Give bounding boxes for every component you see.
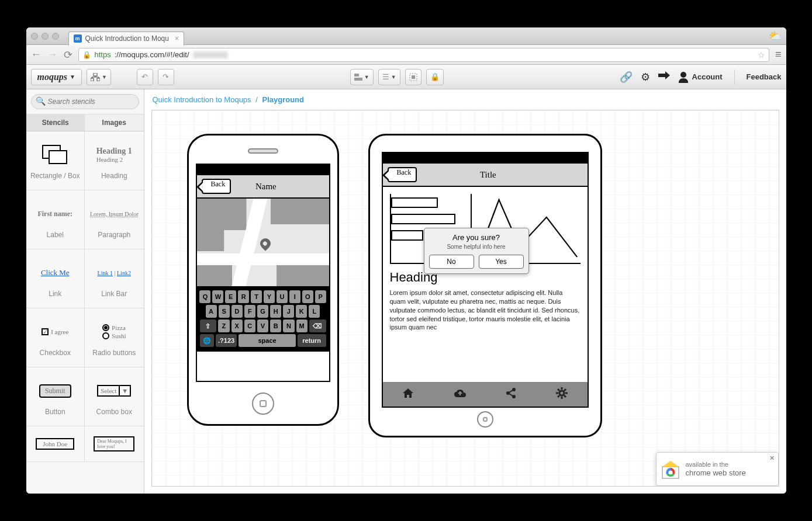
phone-mockup[interactable]: Back Name QWERT	[187, 134, 339, 426]
key-g[interactable]: G	[257, 305, 268, 318]
stencil-label[interactable]: First name: Label	[26, 190, 85, 249]
tab-stencils[interactable]: Stencils	[26, 114, 85, 131]
stencil-rectangle[interactable]: Rectangle / Box	[26, 131, 85, 190]
key-p[interactable]: P	[315, 290, 326, 303]
keyboard-stencil[interactable]: QWERTYUIOP ASDFGHJKL ⇧ZXCVBNM⌫ 🌐.?123spa…	[197, 287, 329, 352]
chrome-webstore-popup[interactable]: ✕ available in the chrome web store	[656, 452, 779, 486]
link-icon[interactable]: 🔗	[620, 71, 633, 84]
svg-rect-9	[49, 151, 67, 164]
paragraph-stencil[interactable]: Lorem ipsum dolor sit amet, consectetur …	[390, 289, 581, 332]
key-h[interactable]: H	[270, 305, 281, 318]
stencil-label: Link	[49, 290, 61, 298]
key-z[interactable]: Z	[218, 319, 229, 332]
key-b[interactable]: B	[270, 319, 281, 332]
weather-extension-icon[interactable]: ⛅	[769, 30, 782, 43]
tab-close-icon[interactable]: ×	[175, 34, 179, 43]
share-icon[interactable]	[505, 387, 517, 402]
key-🌐[interactable]: 🌐	[200, 334, 214, 347]
logo-text: moqups	[37, 72, 68, 82]
key-a[interactable]: A	[206, 305, 217, 318]
key-q[interactable]: Q	[199, 290, 210, 303]
gear-icon[interactable]	[555, 387, 568, 402]
key-space[interactable]: space	[239, 334, 295, 347]
stencil-checkbox[interactable]: ✓I agree Checkbox	[26, 308, 85, 367]
close-window-icon[interactable]	[31, 33, 38, 40]
key-s[interactable]: S	[219, 305, 230, 318]
home-button[interactable]	[477, 411, 493, 428]
account-button[interactable]: Account	[678, 71, 723, 83]
browser-tab[interactable]: m Quick Introduction to Moqu ×	[68, 32, 184, 46]
align-button[interactable]: ▼	[350, 69, 374, 85]
stencil-radio[interactable]: Pizza Sushi Radio buttons	[85, 308, 144, 367]
key-l[interactable]: L	[309, 305, 320, 318]
key-return[interactable]: return	[298, 334, 326, 347]
feedback-link[interactable]: Feedback	[747, 72, 782, 81]
lock-button[interactable]: 🔒	[426, 69, 444, 85]
key-w[interactable]: W	[212, 290, 223, 303]
dialog-stencil[interactable]: Are you sure? Some helpful info here No …	[424, 228, 529, 274]
stencil-input[interactable]: John Doe	[26, 426, 85, 461]
undo-button[interactable]: ↶	[137, 69, 153, 85]
key-m[interactable]: M	[296, 319, 307, 332]
back-icon[interactable]: ←	[31, 48, 42, 61]
reload-icon[interactable]: ⟳	[64, 48, 72, 61]
key-v[interactable]: V	[257, 319, 268, 332]
bookmark-star-icon[interactable]: ☆	[758, 50, 765, 60]
key-i[interactable]: I	[289, 290, 300, 303]
sitemap-button[interactable]: ▼	[87, 69, 111, 85]
breadcrumb-project[interactable]: Quick Introduction to Moqups	[153, 95, 251, 104]
tablet-mockup[interactable]: Back Title	[368, 134, 602, 437]
key-c[interactable]: C	[244, 319, 255, 332]
stencil-button[interactable]: Submit Button	[26, 367, 85, 426]
canvas[interactable]: Back Name QWERT	[151, 110, 779, 487]
key-.?123[interactable]: .?123	[216, 334, 237, 347]
stencil-linkbar[interactable]: Link 1 | Link2 Link Bar	[85, 249, 144, 308]
key-t[interactable]: T	[251, 290, 262, 303]
key-r[interactable]: R	[238, 290, 249, 303]
close-icon[interactable]: ✕	[769, 454, 775, 462]
textarea-preview: Dear Moqups, I love you!	[94, 436, 134, 451]
key-f[interactable]: F	[244, 305, 255, 318]
stencil-link[interactable]: Click Me Link	[26, 249, 85, 308]
dialog-yes-button[interactable]: Yes	[479, 255, 524, 269]
redo-button[interactable]: ↷	[158, 69, 174, 85]
minimize-window-icon[interactable]	[42, 33, 49, 40]
key-d[interactable]: D	[231, 305, 243, 318]
stencil-grid: Rectangle / Box Heading 1 Heading 2 Head…	[26, 131, 144, 494]
tab-images[interactable]: Images	[85, 114, 144, 131]
gear-icon[interactable]: ⚙	[641, 71, 650, 84]
back-button[interactable]: Back	[388, 167, 417, 182]
key-n[interactable]: N	[283, 319, 294, 332]
stencil-paragraph[interactable]: Lorem, Ipsum Dolor Paragraph	[85, 190, 144, 249]
forward-icon[interactable]: →	[47, 48, 58, 61]
key-o[interactable]: O	[302, 290, 313, 303]
key-e[interactable]: E	[225, 290, 236, 303]
chrome-menu-icon[interactable]: ≡	[775, 48, 782, 61]
svg-rect-4	[354, 78, 362, 81]
home-button[interactable]	[252, 393, 274, 415]
group-icon	[409, 73, 417, 81]
dialog-no-button[interactable]: No	[429, 255, 474, 269]
key-u[interactable]: U	[277, 290, 288, 303]
browser-address-bar: ← → ⟳ 🔒 https://moqups.com/#!/edit/ ☆ ≡	[26, 45, 786, 65]
group-button[interactable]	[405, 69, 421, 85]
key-⌫[interactable]: ⌫	[309, 319, 326, 332]
zoom-window-icon[interactable]	[52, 33, 59, 40]
search-input[interactable]	[31, 94, 139, 109]
share-icon[interactable]	[658, 71, 670, 83]
layers-button[interactable]: ☰▼	[378, 69, 400, 85]
back-button[interactable]: Back	[202, 179, 231, 194]
key-x[interactable]: X	[231, 319, 243, 332]
home-icon[interactable]	[402, 387, 414, 402]
stencil-textarea[interactable]: Dear Moqups, I love you!	[85, 426, 144, 461]
url-input[interactable]: 🔒 https://moqups.com/#!/edit/ ☆	[78, 48, 769, 62]
map-stencil[interactable]	[197, 199, 329, 287]
logo-button[interactable]: moqups ▼	[31, 69, 82, 85]
stencil-heading[interactable]: Heading 1 Heading 2 Heading	[85, 131, 144, 190]
key-k[interactable]: K	[296, 305, 307, 318]
key-y[interactable]: Y	[264, 290, 275, 303]
cloud-icon[interactable]	[453, 388, 467, 401]
key-⇧[interactable]: ⇧	[200, 319, 217, 332]
stencil-combobox[interactable]: Select▼ Combo box	[85, 367, 144, 426]
key-j[interactable]: J	[283, 305, 294, 318]
